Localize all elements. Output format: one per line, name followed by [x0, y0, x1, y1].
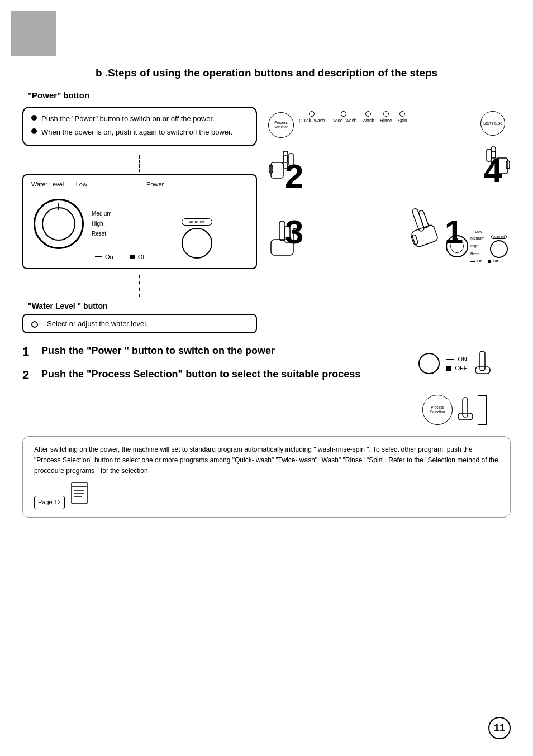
knob-pointer — [58, 203, 59, 210]
steps-area: 1 Push the "Power " button to switch on … — [22, 344, 511, 425]
svg-rect-20 — [463, 398, 468, 417]
svg-rect-14 — [412, 208, 425, 232]
svg-rect-19 — [475, 367, 490, 374]
power-knob-area: Auto off — [182, 218, 212, 259]
info-box-text: After switching on the power, the machin… — [34, 446, 498, 475]
on-off-row: On Off — [95, 253, 246, 260]
process-sel-circle-diagram: Process Selection — [422, 395, 453, 425]
power-bullet2-text: When the power is on, push it again to s… — [41, 127, 232, 138]
process-sel-step-diagram: Process Selection — [422, 395, 487, 425]
info-box-inner: Page 12 — [34, 481, 499, 509]
power-panel-label: Power — [146, 181, 164, 188]
power-bullet1-text: Push the "Power" button to switch on or … — [41, 113, 215, 125]
svg-rect-13 — [293, 228, 298, 242]
hand-pointer-2 — [268, 146, 296, 186]
finger-on-icon — [474, 350, 491, 377]
info-box: After switching on the power, the machin… — [22, 436, 511, 518]
dashed-line-bottom — [139, 275, 140, 297]
steps-with-diagrams: 1 Push the "Power " button to switch on … — [22, 344, 511, 425]
wash-options: Quick- wash Twice- wash Wash Rinse — [299, 111, 407, 123]
water-bullet-icon — [31, 321, 38, 328]
off-indicator: Off — [130, 253, 146, 260]
water-level-knob — [34, 199, 84, 249]
on-off-step-diagram: ON OFF — [418, 350, 491, 377]
start-pause-button-diagram: Start Pause — [480, 111, 505, 136]
step-1-number: 1 — [22, 344, 36, 359]
top-diagrams-row: Process Selection Quick- wash Twice- was… — [263, 107, 511, 252]
svg-rect-21 — [458, 413, 473, 420]
document-icon — [70, 481, 91, 509]
hand-pointer-1 — [407, 204, 438, 253]
on-circle-diagram — [418, 353, 440, 374]
svg-rect-3 — [289, 154, 293, 166]
svg-rect-2 — [283, 151, 288, 162]
svg-rect-16 — [418, 210, 429, 228]
step-1-text: Push the "Power " button to switch on th… — [41, 344, 275, 357]
decorative-gray-square — [11, 11, 56, 56]
bracket-line — [478, 395, 487, 425]
bullet-icon-1 — [31, 115, 37, 121]
control-panel-diagram: Water Level Low Power Medium — [22, 174, 257, 269]
step-2: 2 Push the "Process Selection" button to… — [22, 368, 388, 382]
water-level-description: Select or adjust the water level. — [22, 314, 257, 333]
step-1: 1 Push the "Power " button to switch on … — [22, 344, 388, 359]
page-ref: Page 12 — [34, 496, 65, 509]
svg-rect-22 — [72, 482, 87, 504]
step-2-text: Push the "Process Selection" button to s… — [41, 368, 360, 381]
water-level-panel-label: Water Level Low — [31, 181, 87, 188]
bullet-icon-2 — [31, 128, 37, 134]
steps-left: 1 Push the "Power " button to switch on … — [22, 344, 388, 425]
svg-rect-7 — [491, 147, 496, 158]
water-level-heading: "Water Level " button — [28, 302, 257, 310]
knob-labels: Medium High Reset — [92, 209, 112, 239]
power-description-box: Push the "Power" button to switch on or … — [22, 107, 257, 146]
auto-off-label: Auto off — [182, 218, 212, 226]
finger-process-icon — [457, 396, 474, 423]
svg-rect-12 — [285, 227, 290, 242]
process-selection-button-diagram: Process Selection — [268, 112, 294, 138]
dashed-line-top — [139, 155, 140, 172]
page-number: 11 — [488, 717, 511, 739]
hand-pointer-4 — [483, 140, 511, 186]
water-level-desc-text: Select or adjust the water level. — [47, 319, 148, 328]
svg-rect-18 — [480, 351, 485, 371]
diagram-1-area: 1 — [445, 213, 463, 251]
svg-rect-10 — [279, 221, 285, 241]
power-knob — [182, 228, 212, 259]
step-2-number: 2 — [22, 368, 36, 382]
power-section-heading: "Power" botton — [28, 90, 511, 100]
main-title: b .Steps of using the operation buttons … — [22, 67, 511, 79]
on-off-labels-diagram: ON OFF — [446, 356, 467, 371]
on-indicator: On — [95, 253, 113, 260]
steps-right-diagrams: ON OFF — [399, 344, 511, 425]
svg-rect-8 — [487, 149, 491, 161]
